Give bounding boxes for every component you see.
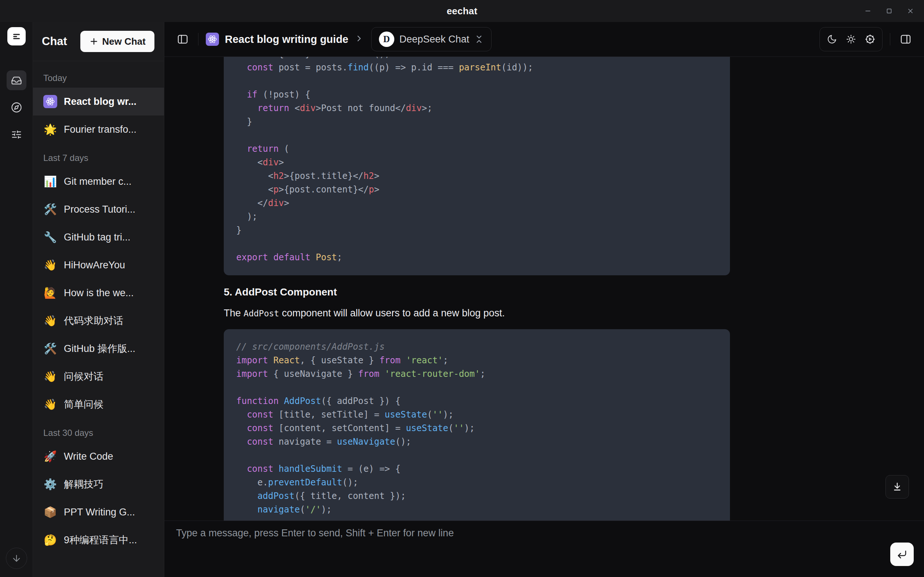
chat-item-label: 问候对话	[64, 370, 103, 383]
code-line: const post = posts.find((p) => p.id === …	[236, 61, 717, 74]
minimize-button[interactable]	[857, 0, 879, 22]
app-logo-button[interactable]	[7, 27, 26, 45]
emoji-icon: 🛠️	[43, 343, 57, 354]
sidebar-chat-item[interactable]: 🛠️GitHub 操作版...	[33, 335, 164, 363]
chat-item-label: 解耦技巧	[64, 478, 103, 491]
sidebar-chat-item[interactable]: 🌟Fourier transfo...	[33, 116, 164, 143]
message-input[interactable]	[176, 527, 880, 568]
code-line: addPost({ title, content });	[236, 489, 717, 503]
sidebar-chat-item[interactable]: 🙋How is the we...	[33, 279, 164, 307]
sidebar-chat-item[interactable]: 🚀Write Code	[33, 442, 164, 470]
code-line: <div>	[236, 156, 717, 169]
sidebar-chat-item[interactable]: 📦PPT Writing G...	[33, 498, 164, 526]
chat-item-label: How is the we...	[64, 287, 134, 299]
sidebar-chat-item[interactable]: 🔧GitHub tag tri...	[33, 223, 164, 251]
titlebar: eechat	[0, 0, 924, 22]
notes-logo-icon	[11, 31, 22, 42]
code-block-post-component: const { id } = useParams(); const post =…	[224, 57, 730, 275]
main-header: React blog writing guide D DeepSeek Chat	[164, 22, 924, 57]
sidebar-chat-item[interactable]: 👋问候对话	[33, 363, 164, 390]
breadcrumb: React blog writing guide	[206, 32, 364, 46]
code-line: import React, { useState } from 'react';	[236, 354, 717, 367]
code-line	[236, 381, 717, 395]
sidebar-chat-item[interactable]: 🤔9种编程语言中...	[33, 526, 164, 554]
chat-item-label: 简单问候	[64, 398, 103, 411]
dark-theme-button[interactable]	[824, 31, 840, 48]
emoji-icon: 📊	[43, 176, 57, 187]
code-line	[236, 129, 717, 142]
code-line	[236, 74, 717, 88]
sidebar-scroll-down-button[interactable]	[6, 548, 27, 569]
sidebar-chat-item[interactable]: 👋代码求助对话	[33, 307, 164, 335]
sidebar-chat-item[interactable]: 🛠️Process Tutori...	[33, 195, 164, 223]
code-line: if (!post) {	[236, 88, 717, 102]
section-label: Last 30 days	[33, 418, 164, 442]
toggle-right-panel-button[interactable]	[898, 31, 914, 47]
minimize-icon	[864, 7, 872, 15]
chevrons-collapse-icon	[474, 34, 484, 44]
maximize-button[interactable]	[879, 0, 900, 22]
send-button[interactable]	[890, 543, 914, 566]
chat-item-label: 代码求助对话	[64, 314, 123, 327]
message-scroll-area[interactable]: const { id } = useParams(); const post =…	[164, 57, 924, 521]
header-divider-2	[890, 33, 890, 45]
code-line: return <div>Post not found</div>;	[236, 102, 717, 115]
chat-item-label: PPT Writing G...	[64, 507, 135, 518]
model-name: DeepSeek Chat	[399, 34, 470, 45]
emoji-icon: 🤔	[43, 535, 57, 545]
enter-return-icon	[897, 549, 908, 560]
section-paragraph: The AddPost component will allow users t…	[224, 308, 730, 319]
sidebar-chat-item[interactable]: 👋HiHowAreYou	[33, 251, 164, 279]
nav-rail	[0, 22, 33, 577]
chat-item-label: React blog wr...	[64, 96, 136, 107]
code-line	[236, 237, 717, 251]
chat-sidebar: Chat New Chat Today React blog wr...🌟Fou…	[33, 22, 164, 577]
app-window: eechat	[0, 0, 924, 577]
plus-icon	[89, 37, 99, 46]
new-chat-label: New Chat	[102, 36, 145, 47]
app-title: eechat	[447, 5, 478, 17]
emoji-icon: 🛠️	[43, 204, 57, 215]
collapse-model-button[interactable]	[474, 34, 484, 44]
panel-left-icon	[177, 33, 189, 45]
code-line: const handleSubmit = (e) => {	[236, 462, 717, 476]
code-line: }	[236, 115, 717, 129]
sidebar-chat-item[interactable]: React blog wr...	[33, 88, 164, 116]
chat-item-label: HiHowAreYou	[64, 259, 125, 271]
sidebar-chat-item[interactable]: 📊Git member c...	[33, 168, 164, 195]
deepseek-logo: D	[379, 32, 394, 47]
close-button[interactable]	[900, 0, 921, 22]
new-chat-button[interactable]: New Chat	[80, 31, 154, 52]
rail-item-settings[interactable]	[6, 125, 26, 144]
panel-right-icon	[900, 33, 911, 45]
code-line	[236, 449, 717, 462]
code-line: export default Post;	[236, 251, 717, 264]
code-line: }	[236, 224, 717, 237]
rail-item-chats[interactable]	[6, 70, 26, 90]
code-line: navigate('/');	[236, 503, 717, 516]
sidebar-title: Chat	[42, 35, 67, 48]
model-selector[interactable]: D DeepSeek Chat	[371, 27, 492, 51]
light-theme-button[interactable]	[843, 31, 859, 48]
code-line: </div>	[236, 197, 717, 210]
section-heading: 5. AddPost Component	[224, 286, 730, 298]
code-line: const [content, setContent] = useState('…	[236, 422, 717, 435]
emoji-icon: 🌟	[43, 124, 57, 135]
rail-item-discover[interactable]	[6, 98, 26, 117]
sidebar-header: Chat New Chat	[33, 22, 164, 61]
code-line: const [title, setTitle] = useState('');	[236, 408, 717, 422]
code-block-addpost-component: // src/components/AddPost.jsimport React…	[224, 329, 730, 521]
chat-item-label: GitHub 操作版...	[64, 342, 135, 355]
system-theme-button[interactable]	[862, 31, 879, 48]
toggle-sidebar-button[interactable]	[174, 31, 191, 47]
chat-item-label: Write Code	[64, 451, 113, 462]
emoji-icon: 📦	[43, 507, 57, 517]
theme-switcher	[819, 27, 882, 51]
inline-code: AddPost	[244, 309, 279, 318]
sidebar-chat-item[interactable]: 👋简单问候	[33, 390, 164, 418]
code-line: e.preventDefault();	[236, 476, 717, 489]
sidebar-chat-item[interactable]: ⚙️解耦技巧	[33, 470, 164, 498]
react-icon	[43, 95, 57, 108]
emoji-icon: 👋	[43, 371, 57, 382]
scroll-to-bottom-button[interactable]	[885, 475, 909, 498]
